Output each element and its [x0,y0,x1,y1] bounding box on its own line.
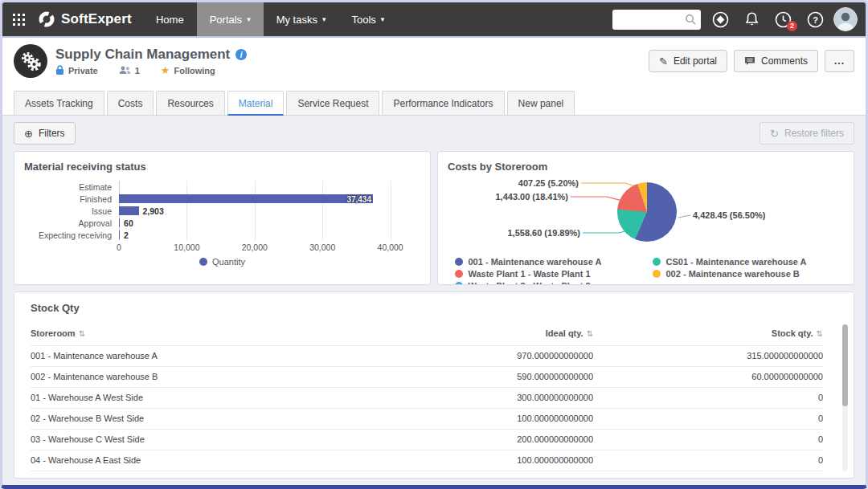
brand-logo[interactable]: SoftExpert [35,2,143,36]
table-cell: 0 [593,450,823,471]
pie-slice-label: 407.25 (5.20%) [450,178,579,188]
chevron-down-icon: ▾ [322,15,326,23]
table-cell: 0 [593,471,823,479]
tab-service-request[interactable]: Service Request [286,91,379,115]
search-icon[interactable] [685,14,696,25]
filters-button[interactable]: ⊕ Filters [14,122,76,145]
bar-row: Finished37,434 [24,193,420,205]
comments-button[interactable]: Comments [734,50,818,72]
table-cell: 01 - Warehouse A West Side [31,388,379,409]
bar-category-label: Finished [24,194,119,204]
table-cell: 60.000000000000 [593,367,823,388]
portal-gears-icon [14,44,47,78]
restore-filters-label: Restore filters [784,128,844,139]
pending-tasks-badge: 2 [787,21,797,31]
bar-value-label: 60 [124,218,133,228]
bar-legend: Quantity [24,257,420,267]
table-row[interactable]: 01 - Warehouse A West Side300.0000000000… [31,388,823,409]
pie-chart: 4,428.45 (56.50%)1,558.60 (19.89%)1,443.… [448,176,844,253]
topbar-spacer [397,2,612,36]
tab-material[interactable]: Material [227,91,285,116]
x-tick-label: 0 [117,242,121,252]
column-header-storeroom[interactable]: Storeroom⇅ [31,322,379,346]
x-tick-label: 40,000 [378,242,403,252]
table-row[interactable]: 03 - Warehouse C West Side200.0000000000… [31,430,823,450]
nav-item-portals[interactable]: Portals▾ [197,2,264,36]
softexpert-logo-icon [38,10,55,28]
pie-chart-title: Costs by Storeroom [448,161,844,173]
pie-slice-label: 1,443.00 (18.41%) [440,192,568,202]
tab-performance-indicators[interactable]: Performance Indicators [382,91,504,115]
edit-portal-button[interactable]: ✎ Edit portal [649,50,727,72]
bar-category-label: Expecting receiving [24,230,119,240]
table-row[interactable]: 05 - Warehouse B East Side100.0000000000… [31,471,823,479]
more-options-button[interactable]: ... [825,50,854,72]
portal-header: Supply Chain Management i Private 1 ★ Fo… [2,38,866,84]
pie-legend: 001 - Maintenance warehouse ACS01 - Main… [448,257,844,285]
content: ⊕ Filters ↻ Restore filters Material rec… [2,116,866,485]
legend-label: 002 - Maintenance warehouse B [666,269,800,279]
column-header-ideal-qty-[interactable]: Ideal qty.⇅ [379,322,593,346]
tab-costs[interactable]: Costs [107,91,154,115]
filters-label: Filters [39,128,65,139]
table-cell: 002 - Maintenance warehouse B [31,367,379,388]
comments-label: Comments [761,55,808,67]
help-icon[interactable]: ? [807,11,824,28]
info-icon[interactable]: i [235,49,247,60]
nav-item-label: My tasks [276,14,317,26]
nav-item-my-tasks[interactable]: My tasks▾ [264,2,339,36]
portal-title-block: Supply Chain Management i Private 1 ★ Fo… [55,47,247,75]
topbar-icons: 2 ? [712,2,824,36]
table-row[interactable]: 02 - Warehouse B West Side100.0000000000… [31,409,823,430]
quick-access-icon[interactable] [712,11,729,28]
tabbar: Assets TrackingCostsResourcesMaterialSer… [2,84,866,116]
bar-row: Approval60 [24,217,420,229]
table-cell: 02 - Warehouse B West Side [31,409,379,430]
bar-value-label: 37,434 [346,194,371,203]
nav-item-tools[interactable]: Tools▾ [338,2,397,36]
apps-grid-icon[interactable] [2,2,35,36]
bar-track: 2,903 [119,205,411,217]
bar-chart-title: Material receiving status [24,161,420,173]
table-cell: 05 - Warehouse B East Side [31,471,379,479]
nav-item-home[interactable]: Home [143,2,197,36]
nav-item-label: Tools [351,14,375,26]
following-badge[interactable]: ★ Following [161,65,215,75]
legend-item: Waste Plant 1 - Waste Plant 1 [455,269,640,279]
restore-filters-button[interactable]: ↻ Restore filters [760,122,854,145]
legend-dot [455,258,463,266]
search-box [612,2,701,36]
table-cell: 0 [593,388,823,409]
table-cell: 100.000000000000 [379,471,593,479]
table-body: 001 - Maintenance warehouse A970.0000000… [31,346,823,479]
notifications-bell-icon[interactable] [744,11,760,27]
column-header-stock-qty-[interactable]: Stock qty.⇅ [593,322,823,346]
legend-label: 001 - Maintenance warehouse A [469,257,602,267]
sort-icon: ⇅ [587,329,593,338]
tab-resources[interactable]: Resources [156,91,224,115]
bar-value-label: 2,903 [143,206,164,216]
stock-table: Storeroom⇅Ideal qty.⇅Stock qty.⇅ 001 - M… [31,322,823,479]
table-cell: 04 - Warehouse A East Side [31,450,379,471]
user-avatar[interactable] [833,7,858,31]
header-buttons: ✎ Edit portal Comments ... [649,50,854,72]
table-row[interactable]: 04 - Warehouse A East Side100.0000000000… [31,450,823,471]
table-scrollbar-thumb[interactable] [842,324,848,406]
chevron-down-icon: ▾ [247,15,251,23]
table-scrollbar-track[interactable] [842,324,848,471]
tab-new-panel[interactable]: New panel [507,91,575,115]
legend-dot [653,258,661,266]
legend-label: Waste Plant 1 - Waste Plant 1 [469,269,591,279]
tab-assets-tracking[interactable]: Assets Tracking [14,91,104,115]
table-row[interactable]: 001 - Maintenance warehouse A970.0000000… [31,346,823,367]
apps-grid-glyph [13,14,25,26]
table-cell: 315.000000000000 [593,346,823,367]
privacy-label: Private [68,66,98,75]
table-row[interactable]: 002 - Maintenance warehouse B590.0000000… [31,367,823,388]
lock-icon [55,65,64,75]
table-cell: 300.000000000000 [379,388,593,409]
pending-tasks-icon[interactable]: 2 [775,11,792,28]
bar: 37,434 [119,194,373,203]
charts-row: Material receiving status EstimateFinish… [14,151,854,285]
plus-circle-icon: ⊕ [24,128,33,139]
